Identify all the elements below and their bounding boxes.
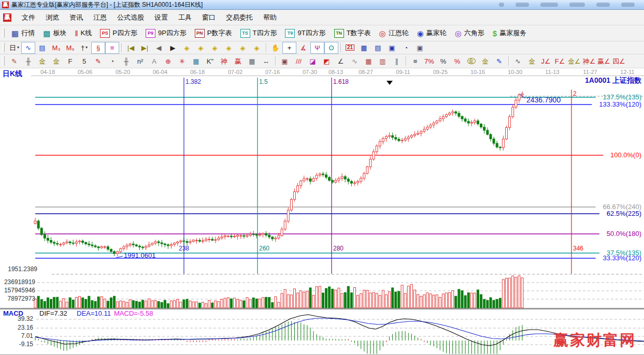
save-image-button[interactable]: ▣: [385, 42, 399, 54]
percent-top-tool[interactable]: 7%: [422, 55, 436, 67]
menu-item[interactable]: 帮助: [258, 11, 282, 24]
p-square-button[interactable]: PSP四方形: [96, 28, 141, 38]
p-digit-table-button[interactable]: PNP数字表: [191, 28, 236, 38]
gann-wheel-button[interactable]: ◎江恩轮: [375, 28, 413, 38]
period-day-dropdown[interactable]: 日▾: [7, 42, 21, 54]
titlebar-item-faded[interactable]: [596, 3, 610, 7]
fan-box-tool[interactable]: ◪: [306, 55, 320, 67]
hand-pan-tool[interactable]: ✋: [268, 42, 282, 54]
first-bar-button[interactable]: |◀: [124, 42, 138, 54]
sectors-button[interactable]: ▩板块: [39, 28, 70, 38]
calendar-grid-tool[interactable]: ▦: [245, 55, 259, 67]
kline-button[interactable]: ‖K线: [70, 28, 96, 38]
t-square-button[interactable]: TST四方形: [236, 28, 281, 38]
crosshair-tool[interactable]: +: [282, 42, 296, 54]
red-dot-grid-tool[interactable]: ▦: [362, 55, 376, 67]
circle-cross-tool[interactable]: ⊕: [161, 55, 175, 67]
volume-profile-tool[interactable]: ≡: [105, 42, 119, 54]
calendar-button[interactable]: 21: [343, 42, 357, 54]
note-pattern-tool[interactable]: ▤: [35, 42, 49, 54]
red-knife-tool[interactable]: ✎: [91, 55, 105, 67]
titlebar-item-faded[interactable]: [516, 3, 529, 7]
last-bar-button[interactable]: ▶|: [138, 42, 152, 54]
calculator-button[interactable]: ▦: [357, 42, 371, 54]
star-circle-tool[interactable]: ✳: [175, 55, 189, 67]
toolbar-grip[interactable]: [2, 28, 5, 38]
knife-draw-tool[interactable]: ✎: [7, 55, 21, 67]
notepad-button[interactable]: ▤: [371, 42, 385, 54]
next-bar-button[interactable]: ▶: [166, 42, 180, 54]
j-angle-tool[interactable]: J∠: [539, 55, 553, 67]
fan-fill-tool[interactable]: ◩: [320, 55, 334, 67]
f-section-tool[interactable]: F: [63, 55, 77, 67]
menu-item[interactable]: 设置: [149, 11, 173, 24]
gold-line-tool[interactable]: 金: [478, 55, 492, 67]
square-n2-tool[interactable]: n²: [133, 55, 147, 67]
diamond-scroll-left[interactable]: ◈: [180, 42, 194, 54]
menu-item[interactable]: 江恩: [88, 11, 112, 24]
history-data-button[interactable]: ◔: [399, 42, 413, 54]
win-angle-tool[interactable]: 赢∠: [596, 55, 611, 67]
titlebar-item-faded[interactable]: [621, 3, 635, 7]
dot-grid-tool[interactable]: ▦: [189, 55, 203, 67]
diamond-scroll-down[interactable]: ◈: [194, 42, 208, 54]
angle-rays-tool[interactable]: ∠: [334, 55, 348, 67]
width-measure-tool[interactable]: ↔: [259, 55, 273, 67]
titlebar-item-faded[interactable]: [569, 3, 585, 7]
gold-angle-tool[interactable]: 金∠: [567, 55, 582, 67]
zigzag-v-tool[interactable]: ∿: [348, 55, 362, 67]
red-box-grid-tool[interactable]: ▥: [376, 55, 390, 67]
win-grid-tool[interactable]: 赢: [231, 55, 245, 67]
red-figure-tool[interactable]: §: [91, 42, 105, 54]
time-clock-tool[interactable]: ◔: [105, 55, 119, 67]
hash-ticks-tool[interactable]: ╫: [119, 55, 133, 67]
t-digit-table-button[interactable]: TNT数字表: [330, 28, 375, 38]
gold-section-tool-2[interactable]: 金: [49, 55, 63, 67]
diamond-expand[interactable]: ◈: [208, 42, 222, 54]
angle-measure-tool[interactable]: ∡: [296, 42, 310, 54]
menu-item[interactable]: 工具: [173, 11, 197, 24]
diamond-center[interactable]: ◈: [236, 42, 250, 54]
f-angle-tool[interactable]: F∠: [553, 55, 567, 67]
menu-item[interactable]: 资讯: [64, 11, 88, 24]
percent-line-tool[interactable]: %: [450, 55, 464, 67]
menu-item[interactable]: 窗口: [197, 11, 221, 24]
wave-3-tool[interactable]: M₃: [49, 42, 63, 54]
gold-underline-tool[interactable]: 金: [525, 55, 539, 67]
hexagon-button[interactable]: ◎六角形: [451, 28, 489, 38]
winner-wheel-button[interactable]: ◉赢家轮: [413, 28, 451, 38]
winner-service-button[interactable]: $赢家服务: [489, 28, 531, 38]
export-data-button[interactable]: ▣: [413, 42, 427, 54]
9p-square-button[interactable]: P99P四方形: [141, 28, 191, 38]
four-angle-tool[interactable]: 四∠: [611, 55, 626, 67]
a-line-tool[interactable]: A: [147, 55, 161, 67]
thin-candle-dropdown[interactable]: †▾: [77, 42, 91, 54]
toolbar-grip[interactable]: [2, 43, 5, 52]
shen-angle-tool[interactable]: 神∠: [582, 55, 597, 67]
parallel-lines-tool[interactable]: ∥: [390, 55, 404, 67]
gold-circle-tool[interactable]: 金: [464, 55, 478, 67]
prev-bar-button[interactable]: ◀: [152, 42, 166, 54]
gann-psi-tool[interactable]: Ψ: [310, 42, 324, 54]
toolbar-grip[interactable]: [2, 56, 5, 66]
spiral-shell-tool[interactable]: ʘ: [324, 42, 338, 54]
stats-table-tool[interactable]: ≡: [408, 55, 422, 67]
wave-line-tool[interactable]: ∿: [511, 55, 525, 67]
fan-rays-tool[interactable]: ///: [292, 55, 306, 67]
k-mark-tool[interactable]: K": [203, 55, 217, 67]
menu-item[interactable]: 文件: [17, 11, 40, 24]
wave-9-tool[interactable]: M₉: [63, 42, 77, 54]
menu-item[interactable]: 交易委托: [221, 11, 258, 24]
9t-square-button[interactable]: T99T四方形: [281, 28, 330, 38]
diamond-fit[interactable]: ◈: [250, 42, 264, 54]
shen-grid-tool[interactable]: 神: [217, 55, 231, 67]
percent-tool[interactable]: %: [436, 55, 450, 67]
pen-bars-tool[interactable]: ✎: [492, 55, 506, 67]
gold-section-tool[interactable]: 金: [35, 55, 49, 67]
zigzag-pattern-tool[interactable]: ∿: [21, 42, 35, 54]
titlebar-item-faded[interactable]: [499, 3, 504, 7]
menu-item[interactable]: 公式选股: [112, 11, 149, 24]
titlebar-item-faded[interactable]: [540, 3, 558, 7]
price-hash-tool[interactable]: ╫: [21, 55, 35, 67]
five-section-tool[interactable]: 5: [77, 55, 91, 67]
